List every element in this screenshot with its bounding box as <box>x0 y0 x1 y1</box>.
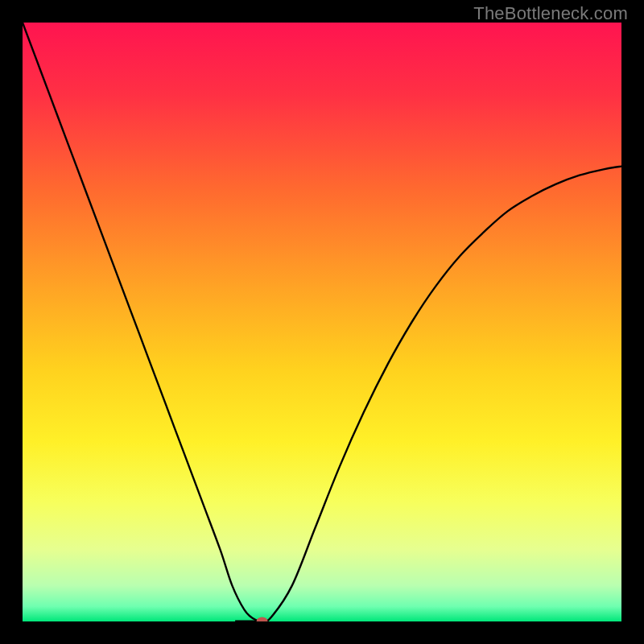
watermark-text: TheBottleneck.com <box>473 3 628 24</box>
gradient-background <box>23 23 621 621</box>
bottleneck-chart <box>23 23 621 621</box>
plot-area <box>23 23 621 621</box>
chart-frame: TheBottleneck.com <box>0 0 644 644</box>
